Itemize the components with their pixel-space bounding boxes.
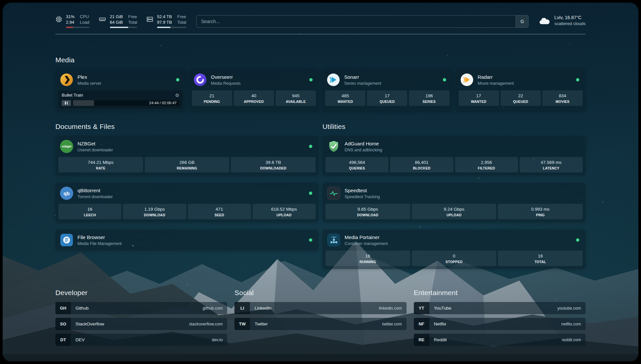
stat-label: RATE (59, 166, 142, 170)
qbittorrent-icon: qb (60, 187, 73, 200)
service-stats: 485 WANTED 17 QUEUED 196 SERIES (325, 90, 449, 106)
topbar: 31% CPU 2.94 Load 21 GiB Free (55, 3, 586, 28)
section-media: Media Plex Medi (55, 56, 586, 111)
service-card-nzbget[interactable]: nzbget NZBGet Usenet downloader 744.21 M… (55, 136, 319, 175)
service-card-radarr[interactable]: Radarr Movie management 17 WANTED 22 QUE… (456, 69, 586, 111)
gear-icon[interactable]: ⚙ (175, 93, 179, 98)
service-card-plex[interactable]: Plex Media server Bullet Train ⚙ (55, 69, 186, 111)
stat-total: 16 TOTAL (498, 251, 583, 266)
search-input[interactable] (197, 15, 516, 27)
playback-time: 24:44 / 02:06:47 (149, 101, 176, 105)
bookmark-abbr: SO (55, 318, 71, 330)
stat-movies: 834 MOVIES (542, 90, 583, 106)
stat-label: STOPPED (412, 260, 496, 264)
bookmark-abbr: GH (55, 302, 71, 314)
cpu-progress-bar (66, 27, 89, 28)
weather-text: Lviv, 16.87°C scattered clouds (554, 15, 586, 26)
bookmark-twitter[interactable]: TW Twitter twitter.com (234, 318, 406, 330)
service-header: Plex Media server (58, 72, 183, 87)
stat-value: 16 (499, 253, 582, 259)
service-titles: NZBGet Usenet downloader (77, 140, 113, 153)
cpu-load-label: Load (80, 19, 89, 25)
bookmark-github[interactable]: GH Github github.com (55, 302, 227, 314)
bookmark-list: LI LinkedIn linkedin.com TW Twitter twit… (234, 302, 406, 330)
stat-label: DOWNLOAD (326, 213, 410, 217)
service-card-sonarr[interactable]: Sonarr Series management 485 WANTED 17 Q… (322, 69, 452, 111)
nzbget-icon: nzbget (60, 140, 73, 153)
stat-download: 1.19 Gbps DOWNLOAD (123, 204, 186, 219)
stat-value: 2,956 (456, 160, 517, 165)
disk-total-label: Total (177, 19, 186, 25)
disk-free-label: Free (177, 14, 186, 19)
search-provider-button[interactable]: G (516, 15, 528, 27)
stat-filtered: 2,956 FILTERED (455, 157, 518, 172)
speedtest-icon (327, 187, 340, 200)
stat-label: DOWNLOADED (231, 166, 315, 170)
service-description: Speedtest Tracking (345, 194, 380, 199)
memory-total-value: 64 GiB (110, 19, 123, 25)
stat-value: 196 (410, 93, 448, 99)
service-header: Media Portainer Container management (325, 232, 583, 248)
cpu-widget: 31% CPU 2.94 Load (55, 14, 89, 28)
bookmark-dev[interactable]: DT DEV dev.to (55, 334, 227, 346)
service-card-speedtest[interactable]: Speedtest Speedtest Tracking 9.65 Gbps D… (322, 183, 586, 222)
bookmark-reddit[interactable]: RE Reddit reddit.com (414, 334, 586, 346)
bookmark-url: youtube.com (557, 306, 581, 311)
stat-label: LATENCY (520, 166, 582, 170)
bookmark-abbr: LI (234, 302, 250, 314)
stat-queries: 498,564 QUERIES (325, 157, 388, 172)
bookmark-stackoverflow[interactable]: SO StackOverflow stackoverflow.com (55, 318, 227, 330)
section-title-social: Social (234, 289, 406, 297)
service-card-adguard[interactable]: AdGuard Home DNS and adblocking 498,564 … (322, 136, 586, 175)
disk-widget: 52.4 TB Free 97.9 TB Total (146, 14, 186, 28)
playback-progress-bar[interactable]: 24:44 / 02:06:47 (73, 100, 179, 106)
stat-label: QUERIES (326, 166, 388, 170)
stat-value: 1.19 Gbps (124, 206, 185, 212)
disk-total-value: 97.9 TB (157, 19, 172, 25)
now-playing-title: Bullet Train (62, 93, 83, 98)
stat-rate: 744.21 Mbps RATE (58, 157, 143, 172)
service-card-overseerr[interactable]: Overseerr Media Requests 21 PENDING 40 A… (189, 69, 319, 111)
middle-columns: Documents & Files nzbget NZBGet Usenet d… (55, 123, 586, 269)
stat-latency: 47.569 ms LATENCY (520, 157, 583, 172)
stat-value: 0 (412, 253, 496, 259)
service-card-qbittorrent[interactable]: qb qBittorrent Torrent downloader 16 LEE… (55, 183, 319, 222)
stat-label: RUNNING (326, 260, 410, 264)
stat-available: 945 AVAILABLE (276, 90, 316, 106)
bookmark-linkedin[interactable]: LI LinkedIn linkedin.com (234, 302, 406, 314)
service-description: Media server (77, 81, 101, 86)
bookmark-abbr: TW (234, 318, 250, 330)
bookmark-netflix[interactable]: NF Netflix netflix.com (414, 318, 586, 330)
pause-button[interactable] (62, 100, 71, 106)
service-card-portainer[interactable]: Media Portainer Container management 16 … (322, 229, 586, 269)
bookmark-youtube[interactable]: YT YouTube youtube.com (414, 302, 586, 314)
status-online-dot (576, 78, 579, 81)
stat-wanted: 17 WANTED (459, 90, 499, 106)
status-online-dot (309, 238, 312, 242)
service-stats: 16 LEECH 1.19 Gbps DOWNLOAD 471 SEED (58, 204, 316, 219)
service-stats: 744.21 Mbps RATE 266 GB REMAINING 39.6 T… (58, 157, 316, 172)
stat-queued: 22 QUEUED (501, 90, 541, 106)
stat-value: 86,401 (391, 160, 452, 165)
stat-value: 9.65 Gbps (326, 206, 410, 212)
stat-value: 17 (459, 93, 498, 99)
stat-series: 196 SERIES (409, 90, 449, 106)
stat-value: 47.569 ms (520, 160, 582, 165)
service-titles: Speedtest Speedtest Tracking (345, 187, 380, 199)
service-titles: Overseerr Media Requests (211, 74, 241, 86)
bookmark-list: YT YouTube youtube.com NF Netflix netfli… (414, 302, 586, 346)
stat-value: 9.24 Gbps (412, 206, 496, 212)
service-header: Radarr Movie management (459, 72, 583, 87)
service-header: qb qBittorrent Torrent downloader (58, 186, 316, 201)
status-online-dot (443, 78, 446, 81)
service-stats: 498,564 QUERIES 86,401 BLOCKED 2,956 FIL… (325, 157, 583, 172)
search-bar: G (196, 15, 529, 28)
bookmark-group-developer: Developer GH Github github.com SO StackO… (55, 289, 227, 346)
sonarr-icon (327, 73, 340, 86)
stat-seed: 471 SEED (188, 204, 251, 219)
section-title-developer: Developer (55, 289, 227, 297)
stat-ping: 0.993 ms PING (498, 204, 583, 219)
radarr-icon (460, 73, 473, 86)
stat-value: 22 (501, 93, 540, 99)
service-card-filebrowser[interactable]: File Browser Media File Management (55, 229, 319, 251)
